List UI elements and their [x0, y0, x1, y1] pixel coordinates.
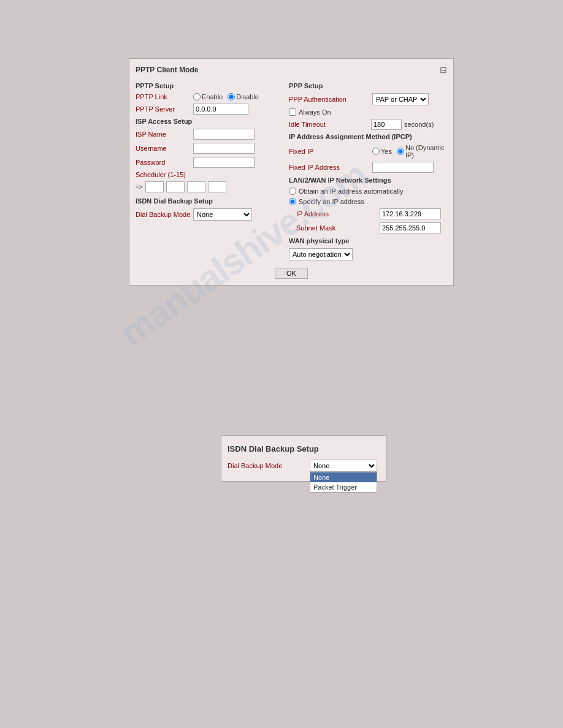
pptp-link-row: PPTP Link Enable Disable — [136, 93, 283, 100]
fixed-ip-address-label: Fixed IP Address — [289, 164, 369, 171]
fixed-ip-row: Fixed IP Yes No (Dynamic IP) — [289, 144, 447, 159]
username-input[interactable] — [193, 143, 255, 154]
idle-timeout-row: Idle Timeout second(s) — [289, 119, 447, 130]
fixed-ip-no-label[interactable]: No (Dynamic IP) — [397, 144, 447, 159]
password-input[interactable] — [193, 157, 255, 168]
dial-backup-label: Dial Backup Mode — [136, 211, 191, 218]
pptp-disable-label[interactable]: Disable — [228, 93, 259, 100]
idle-timeout-input[interactable] — [371, 119, 402, 130]
username-label: Username — [136, 145, 191, 152]
pptp-client-panel: PPTP Client Mode ⊟ PPTP Setup PPTP Link … — [129, 58, 454, 286]
scheduler-label: Scheduler (1-15) — [136, 171, 191, 178]
ip-address-input[interactable] — [380, 208, 441, 219]
fixed-ip-address-row: Fixed IP Address — [289, 162, 447, 173]
panel-title-bar: PPTP Client Mode ⊟ — [136, 65, 447, 75]
panel-title: PPTP Client Mode — [136, 66, 198, 74]
dropdown-option-none[interactable]: None — [310, 472, 377, 482]
ip-assignment-section: IP Address Assignment Method (IPCP) Fixe… — [289, 133, 447, 173]
fixed-ip-no-radio[interactable] — [397, 148, 404, 155]
pptp-disable-radio[interactable] — [228, 93, 235, 100]
right-column: PPP Setup PPP Authentication PAP or CHAP… — [289, 80, 447, 260]
dial-backup-select[interactable]: None Packet Trigger — [193, 208, 252, 221]
bottom-dial-backup-label: Dial Backup Mode — [228, 462, 307, 469]
subnet-mask-input[interactable] — [380, 222, 441, 233]
subnet-mask-label: Subnet Mask — [296, 224, 376, 232]
wan-physical-section: WAN physical type Auto negotiation — [289, 237, 447, 260]
fixed-ip-address-input[interactable] — [372, 162, 434, 173]
password-row: Password — [136, 157, 283, 168]
dropdown-option-packet[interactable]: Packet Trigger — [310, 482, 377, 492]
scheduler-input-1[interactable] — [145, 181, 164, 192]
username-row: Username — [136, 143, 283, 154]
ppp-auth-label: PPP Authentication — [289, 96, 369, 103]
pptp-server-label: PPTP Server — [136, 105, 191, 113]
dial-backup-row: Dial Backup Mode None Packet Trigger — [136, 208, 283, 221]
ppp-auth-row: PPP Authentication PAP or CHAP PAP CHAP — [289, 93, 447, 105]
specify-ip-label: Specify an IP address — [299, 198, 364, 205]
obtain-auto-row: Obtain an IP address automatically — [289, 188, 447, 195]
ppp-auth-select[interactable]: PAP or CHAP PAP CHAP — [372, 93, 429, 105]
idle-timeout-label: Idle Timeout — [289, 121, 369, 128]
isp-access-header: ISP Access Setup — [136, 118, 283, 125]
pptp-link-label: PPTP Link — [136, 93, 191, 100]
specify-ip-radio[interactable] — [289, 198, 296, 205]
ip-assignment-header: IP Address Assignment Method (IPCP) — [289, 133, 447, 140]
bottom-isdn-header: ISDN Dial Backup Setup — [228, 444, 380, 453]
scheduler-arrow: => — [136, 184, 143, 191]
pptp-setup-header: PPTP Setup — [136, 82, 283, 89]
isp-name-label: ISP Name — [136, 131, 191, 138]
fixed-ip-label: Fixed IP — [289, 148, 369, 155]
specify-ip-row: Specify an IP address — [289, 198, 447, 205]
bottom-dial-backup-select[interactable]: None Packet Trigger — [310, 460, 377, 472]
always-on-label: Always On — [299, 108, 331, 116]
obtain-auto-label: Obtain an IP address automatically — [299, 188, 403, 195]
wan-physical-header: WAN physical type — [289, 237, 447, 245]
always-on-row: Always On — [289, 108, 447, 116]
scheduler-input-2[interactable] — [166, 181, 185, 192]
password-label: Password — [136, 159, 191, 166]
ip-address-row: IP Address — [289, 208, 447, 219]
ppp-setup-header: PPP Setup — [289, 82, 447, 89]
bottom-dial-backup-row: Dial Backup Mode None Packet Trigger Non… — [228, 460, 380, 472]
fixed-ip-yes-label[interactable]: Yes — [372, 148, 392, 155]
subnet-mask-row: Subnet Mask — [289, 222, 447, 233]
idle-timeout-unit: second(s) — [404, 121, 434, 128]
pptp-server-input[interactable] — [193, 104, 248, 115]
isdn-section: ISDN Dial Backup Setup Dial Backup Mode … — [136, 197, 283, 221]
always-on-checkbox[interactable] — [289, 108, 296, 116]
isp-name-row: ISP Name — [136, 129, 283, 140]
isp-name-input[interactable] — [193, 129, 255, 140]
scheduler-inputs-row: => — [136, 181, 283, 192]
wan-physical-select[interactable]: Auto negotiation — [289, 248, 353, 260]
panel-icon: ⊟ — [440, 65, 447, 75]
lan-wan-header: LAN/2/WAN IP Network Settings — [289, 176, 447, 184]
ok-bar: OK — [136, 268, 447, 279]
pptp-enable-label[interactable]: Enable — [193, 93, 223, 100]
scheduler-input-3[interactable] — [187, 181, 205, 192]
pptp-enable-radio[interactable] — [193, 93, 201, 100]
main-content: PPTP Setup PPTP Link Enable Disable PPTP… — [136, 80, 447, 260]
scheduler-row: Scheduler (1-15) — [136, 171, 283, 178]
isdn-header: ISDN Dial Backup Setup — [136, 197, 283, 205]
fixed-ip-yes-radio[interactable] — [372, 148, 380, 155]
pptp-link-radio-group: Enable Disable — [193, 93, 259, 100]
scheduler-input-4[interactable] — [208, 181, 226, 192]
obtain-auto-radio[interactable] — [289, 188, 296, 195]
bottom-dial-backup-dropdown-container: None Packet Trigger None Packet Trigger — [310, 460, 377, 472]
ok-button[interactable]: OK — [275, 268, 308, 279]
left-column: PPTP Setup PPTP Link Enable Disable PPTP… — [136, 80, 283, 260]
dropdown-open-list: None Packet Trigger — [310, 472, 377, 493]
fixed-ip-radio-group: Yes No (Dynamic IP) — [372, 144, 447, 159]
ip-address-label: IP Address — [296, 210, 376, 218]
lan-wan-section: LAN/2/WAN IP Network Settings Obtain an … — [289, 176, 447, 233]
pptp-server-row: PPTP Server — [136, 104, 283, 115]
bottom-isdn-panel: ISDN Dial Backup Setup Dial Backup Mode … — [221, 435, 386, 482]
